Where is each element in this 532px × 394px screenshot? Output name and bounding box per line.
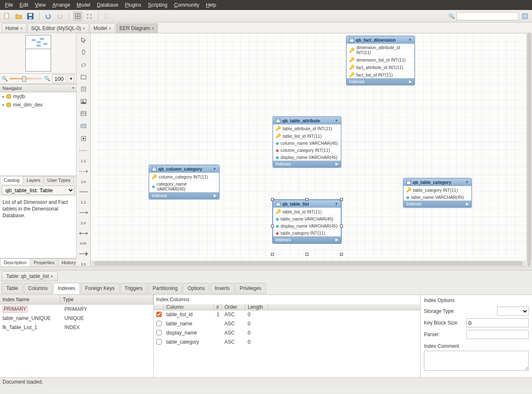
undo-icon[interactable] [44,12,53,21]
rel-1n-icon[interactable] [79,167,88,176]
idxcol-row[interactable]: table_nameASC0 [154,320,420,329]
vertical-scrollbar[interactable] [526,33,532,260]
paste-icon[interactable] [103,12,112,21]
ptab-options[interactable]: Options [183,283,209,294]
table-tool-icon[interactable] [79,110,88,118]
ptab-triggers[interactable]: Triggers [120,283,148,294]
rel-11-icon[interactable] [79,146,88,155]
index-list[interactable]: PRIMARYPRIMARY table_name_UNIQUEUNIQUE f… [0,305,153,332]
menu-view[interactable]: View [32,0,49,10]
splitter[interactable] [0,266,532,270]
grid-toggle-icon[interactable] [73,12,82,21]
tab-model[interactable]: Model× [90,23,115,33]
image-tool-icon[interactable] [79,97,88,106]
menu-community[interactable]: Community [171,0,203,10]
subtab-description[interactable]: Description [0,258,30,266]
ptab-foreign-keys[interactable]: Foreign Keys [81,283,119,294]
ptab-columns[interactable]: Columns [24,283,52,294]
ptab-partitioning[interactable]: Partitioning [148,283,182,294]
new-file-icon[interactable] [2,12,12,21]
view-tool-icon[interactable] [79,122,88,130]
zoom-out-icon[interactable]: 🔍 [2,76,8,82]
tab-eer-diagram[interactable]: EER Diagram× [116,23,158,33]
ptab-table[interactable]: Table [2,283,23,294]
note-tool-icon[interactable] [79,85,88,93]
rel-11b-icon[interactable] [79,188,88,196]
ptab-inserts[interactable]: Inserts [210,283,234,294]
open-file-icon[interactable] [14,12,23,21]
index-columns-list[interactable]: table_list_id1ASC0 table_nameASC0 displa… [154,310,420,347]
rel-1nc-icon[interactable] [79,250,88,258]
menu-arrange[interactable]: Arrange [49,0,74,10]
layer-tool-icon[interactable] [79,73,88,81]
expand-icon[interactable]: ▸ [2,94,5,99]
menu-plugins[interactable]: Plugins [122,0,145,10]
entity-qb-table-attribute[interactable]: qb_table_attribute▼ 🔑table_attribute_id … [273,116,341,168]
hand-tool-icon[interactable] [79,48,88,57]
menu-edit[interactable]: Edit [16,0,32,10]
redo-icon[interactable] [55,12,64,21]
eraser-tool-icon[interactable] [79,60,88,69]
idxcol-check[interactable] [156,321,162,326]
collapse-icon[interactable]: ▼ [408,38,412,42]
idxcol-check[interactable] [156,339,162,344]
idxcol-check[interactable] [156,330,162,335]
zoom-dropdown-icon[interactable]: ▾ [68,74,74,83]
index-row-fk[interactable]: fk_Table_List_1INDEX [0,323,153,332]
horizontal-scrollbar[interactable] [91,260,526,266]
index-row-unique[interactable]: table_name_UNIQUEUNIQUE [0,314,153,323]
entity-qb-column-category[interactable]: qb_column_category▼ 🔑column_category INT… [149,165,219,199]
close-icon[interactable]: × [20,26,23,31]
tab-sql-editor[interactable]: SQL Editor (MySQL-0)× [27,23,89,33]
subtab-properties[interactable]: Properties [30,258,58,266]
subtab-layers[interactable]: Layers [23,176,44,184]
zoom-in-icon[interactable]: 🔍 [44,76,50,82]
property-tab-title[interactable]: Table: qb_table_list× [2,271,58,281]
save-icon[interactable] [26,12,35,21]
index-comment-input[interactable] [424,351,529,371]
subtab-catalog[interactable]: Catalog [0,176,23,184]
snap-icon[interactable] [85,12,94,21]
diagram-canvas[interactable]: qb_fact_dimension▼ 🔑dimension_attribute_… [91,33,532,266]
chevron-down-icon[interactable]: ▾ [72,86,74,90]
pointer-tool-icon[interactable] [79,36,88,44]
rel-1nb-icon[interactable] [79,208,88,217]
overview-thumbnail[interactable] [25,35,51,72]
idxcol-row[interactable]: table_list_id1ASC0 [154,310,420,320]
tree-node-mydb[interactable]: ▸mydb [0,92,76,101]
search-options-icon[interactable] [520,12,530,21]
idxcol-check[interactable] [156,312,162,317]
close-icon[interactable]: × [51,274,53,279]
search-input[interactable] [456,12,519,20]
entity-qb-table-category[interactable]: qb_table_category▼ 🔑table_category INT(1… [403,178,472,208]
menu-database[interactable]: Database [94,0,121,10]
expand-icon[interactable]: ▸ [2,103,5,107]
menu-model[interactable]: Model [74,0,94,10]
storage-type-select[interactable] [497,307,529,316]
index-row-primary[interactable]: PRIMARYPRIMARY [0,305,153,314]
entity-qb-fact-dimension[interactable]: qb_fact_dimension▼ 🔑dimension_attribute_… [346,36,415,85]
tab-home[interactable]: Home× [2,23,27,33]
ptab-privileges[interactable]: Privileges [235,283,266,294]
overview-panel[interactable] [0,33,76,74]
entity-qb-table-list[interactable]: qb_table_list▼ 🔑table_list_id INT(11) ◆t… [273,200,341,243]
close-icon[interactable]: × [152,26,154,31]
close-icon[interactable]: × [109,26,111,31]
ptab-indexes[interactable]: Indexes [53,283,80,294]
close-icon[interactable]: × [83,26,85,31]
idxcol-row[interactable]: display_nameASC0 [154,329,420,338]
object-select[interactable]: qb_table_list: Table [2,186,74,195]
tree-node-mei-dim-dev[interactable]: ▸mei_dim_dev [0,101,76,109]
routine-tool-icon[interactable] [79,134,88,143]
menu-scripting[interactable]: Scripting [145,0,171,10]
menu-help[interactable]: Help [202,0,219,10]
idxcol-row[interactable]: table_categoryASC0 [154,338,420,347]
catalog-tree[interactable]: ▸mydb ▸mei_dim_dev [0,92,76,176]
menu-file[interactable]: File [2,0,16,10]
key-block-size-input[interactable] [466,318,529,327]
zoom-value-input[interactable] [52,74,66,83]
subtab-user-types[interactable]: User Types [44,176,74,184]
rel-nm-icon[interactable] [79,229,88,238]
zoom-slider[interactable] [10,78,42,79]
parser-input[interactable] [466,330,529,339]
